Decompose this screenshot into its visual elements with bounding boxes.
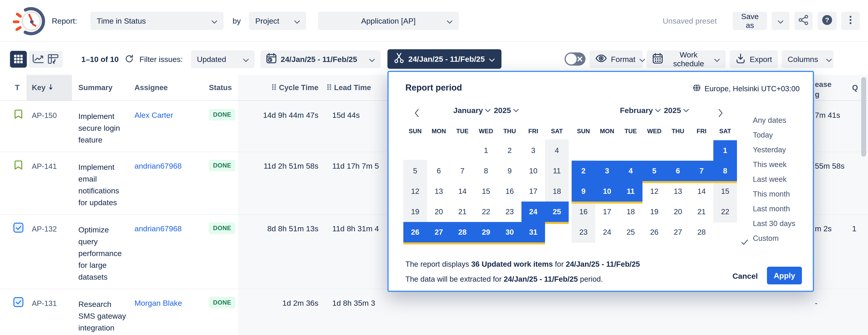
- preset-option-yesterday[interactable]: Yesterday: [741, 142, 814, 157]
- col-header-assignee[interactable]: Assignee: [134, 75, 168, 100]
- calendar-day[interactable]: 7: [690, 161, 713, 181]
- pivot-view-button[interactable]: [48, 54, 59, 65]
- issue-assignee-link[interactable]: Alex Carter: [134, 111, 173, 120]
- issue-summary[interactable]: Optimizequeryperformancefor largedataset…: [79, 224, 122, 283]
- calendar-day[interactable]: 21: [451, 202, 474, 222]
- issue-key[interactable]: AP-150: [32, 111, 57, 120]
- year-select[interactable]: 2025: [494, 106, 519, 115]
- calendar-day[interactable]: 12: [643, 181, 666, 202]
- calendar-day[interactable]: 28: [690, 222, 713, 242]
- calendar-day[interactable]: 4: [545, 140, 569, 161]
- calendar-day[interactable]: 22: [474, 202, 498, 222]
- calendar-day[interactable]: 11: [619, 181, 643, 202]
- issue-assignee-link[interactable]: andrian67968: [134, 162, 182, 170]
- calendar-day[interactable]: 9: [498, 161, 521, 181]
- save-as-button[interactable]: Save as: [733, 12, 767, 30]
- calendar-day[interactable]: 27: [666, 222, 690, 242]
- calendar-day[interactable]: 18: [619, 202, 643, 222]
- calendar-day[interactable]: 21: [690, 202, 713, 222]
- preset-option-custom[interactable]: Custom: [741, 231, 814, 245]
- calendar-day[interactable]: 13: [427, 181, 451, 202]
- more-actions-button[interactable]: [841, 12, 860, 30]
- calendar-day[interactable]: 10: [521, 161, 545, 181]
- calendar-day[interactable]: 26: [403, 222, 427, 242]
- calendar-day[interactable]: 24: [595, 222, 619, 242]
- calendar-day[interactable]: 11: [545, 161, 569, 181]
- calendar-day[interactable]: 15: [474, 181, 498, 202]
- col-header-key[interactable]: Key: [32, 75, 53, 100]
- report-type-select[interactable]: Time in Status: [90, 12, 223, 30]
- calendar-day[interactable]: 6: [666, 161, 690, 181]
- date-range-select[interactable]: 24/Jan/25 - 11/Feb/25: [260, 51, 381, 68]
- calendar-day[interactable]: 14: [690, 181, 713, 202]
- calendar-day[interactable]: 14: [451, 181, 474, 202]
- calendar-day[interactable]: 9: [571, 181, 595, 202]
- calendar-day[interactable]: 1: [474, 140, 498, 161]
- format-button[interactable]: Format: [590, 51, 643, 68]
- table-view-button[interactable]: [10, 51, 27, 68]
- calendar-day[interactable]: 20: [427, 202, 451, 222]
- month-select[interactable]: February: [620, 106, 661, 115]
- export-button[interactable]: Export: [730, 51, 778, 68]
- table-row[interactable]: AP-131ResearchSMS gatewayintegrationopti…: [0, 289, 868, 335]
- calendar-day[interactable]: 3: [521, 140, 545, 161]
- calendar-day[interactable]: 28: [451, 222, 474, 242]
- calendar-day[interactable]: 25: [545, 202, 569, 222]
- preset-option-any-dates[interactable]: Any dates: [741, 113, 814, 128]
- share-button[interactable]: [795, 12, 813, 30]
- calendar-day[interactable]: 17: [521, 181, 545, 202]
- calendar-day[interactable]: 5: [403, 161, 427, 181]
- vertical-scrollbar[interactable]: [861, 77, 866, 157]
- calendar-day[interactable]: 18: [545, 181, 569, 202]
- help-button[interactable]: ?: [817, 12, 837, 30]
- calendar-day[interactable]: 10: [595, 181, 619, 202]
- refresh-button[interactable]: [124, 54, 134, 64]
- preset-option-last-30-days[interactable]: Last 30 days: [741, 216, 814, 231]
- calendar-day[interactable]: 29: [474, 222, 498, 242]
- issue-summary[interactable]: Implementsecure loginfeature: [79, 110, 120, 146]
- calendar-day[interactable]: 6: [427, 161, 451, 181]
- apply-button[interactable]: Apply: [767, 267, 802, 284]
- work-schedule-button[interactable]: Work schedule: [647, 51, 725, 68]
- preset-option-this-month[interactable]: This month: [741, 187, 814, 201]
- issue-key[interactable]: AP-141: [32, 162, 57, 171]
- calendar-day[interactable]: 2: [571, 161, 595, 181]
- year-select[interactable]: 2025: [664, 106, 689, 115]
- calendar-day[interactable]: 12: [403, 181, 427, 202]
- calendar-day[interactable]: 15: [713, 181, 737, 202]
- calendar-day[interactable]: 22: [713, 202, 737, 222]
- col-header-type[interactable]: T: [15, 75, 20, 100]
- calendar-day[interactable]: 23: [571, 222, 595, 242]
- calendar-day[interactable]: 8: [474, 161, 498, 181]
- trim-period-select[interactable]: 24/Jan/25 - 11/Feb/25: [388, 49, 501, 69]
- calendar-day[interactable]: 16: [571, 202, 595, 222]
- calendar-day[interactable]: 2: [498, 140, 521, 161]
- calendar-day[interactable]: 19: [403, 202, 427, 222]
- preset-option-last-week[interactable]: Last week: [741, 172, 814, 187]
- calendar-day[interactable]: 13: [666, 181, 690, 202]
- col-header-summary[interactable]: Summary: [79, 75, 113, 100]
- calendar-day[interactable]: 7: [451, 161, 474, 181]
- calendar-day[interactable]: 3: [595, 161, 619, 181]
- save-as-chevron-button[interactable]: [772, 12, 789, 30]
- calendar-day[interactable]: 17: [595, 202, 619, 222]
- calendar-day[interactable]: 25: [619, 222, 643, 242]
- percent-toggle[interactable]: [565, 53, 586, 66]
- scope-select[interactable]: Application [AP]: [318, 12, 459, 30]
- chart-view-button[interactable]: [32, 54, 44, 65]
- calendar-day[interactable]: 8: [713, 161, 737, 181]
- calendar-day[interactable]: 23: [498, 202, 521, 222]
- calendar-day[interactable]: 30: [498, 222, 521, 242]
- calendar-day[interactable]: 20: [666, 202, 690, 222]
- issue-summary[interactable]: ResearchSMS gatewayintegrationoptions: [79, 298, 126, 335]
- calendar-day[interactable]: 27: [427, 222, 451, 242]
- preset-option-today[interactable]: Today: [741, 128, 814, 142]
- month-select[interactable]: January: [453, 106, 491, 115]
- calendar-day[interactable]: 4: [619, 161, 643, 181]
- filter-field-select[interactable]: Updated: [191, 51, 255, 68]
- cancel-button[interactable]: Cancel: [729, 268, 761, 284]
- calendar-day[interactable]: 19: [643, 202, 666, 222]
- group-by-select[interactable]: Project: [249, 12, 306, 30]
- calendar-day[interactable]: 16: [498, 181, 521, 202]
- calendar-day[interactable]: 5: [643, 161, 666, 181]
